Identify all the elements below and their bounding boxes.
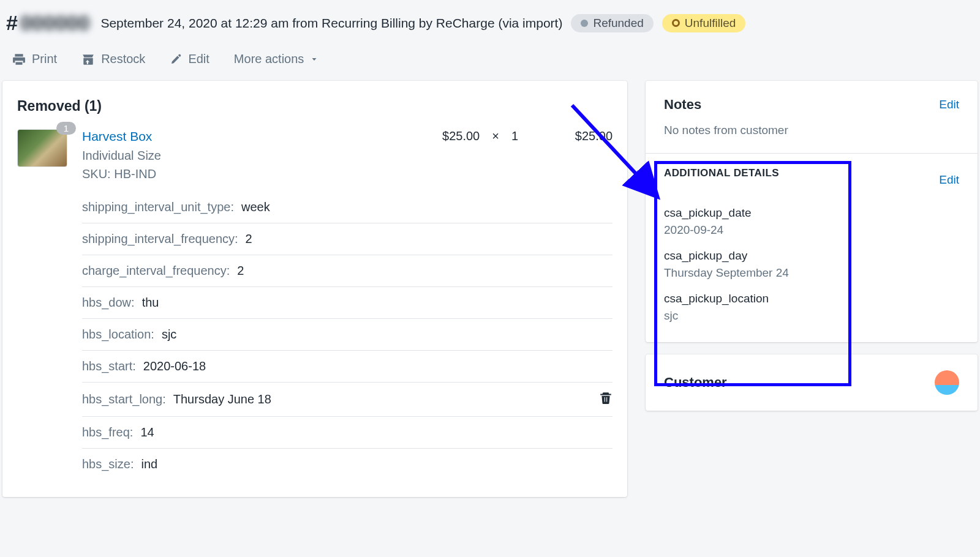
notes-additional-card: Notes Edit No notes from customer ADDITI… <box>646 81 978 342</box>
prop-key: hbs_freq: <box>82 425 133 439</box>
product-thumbnail[interactable] <box>17 129 67 167</box>
additional-item: csa_pickup_location sjc <box>664 292 959 323</box>
prop-val: 14 <box>140 425 154 439</box>
prop-key: shipping_interval_frequency: <box>82 232 238 246</box>
removed-card: Removed (1) 1 Harvest Box Individual Siz… <box>2 81 627 497</box>
additional-details-section: ADDITIONAL DETAILS Edit csa_pickup_date … <box>646 153 978 342</box>
layout: Removed (1) 1 Harvest Box Individual Siz… <box>0 81 980 497</box>
prop-row: hbs_size: ind <box>82 448 612 480</box>
item-price-row: $25.00 × 1 <box>442 129 518 143</box>
print-label: Print <box>32 52 57 66</box>
prop-key: charge_interval_frequency: <box>82 264 230 278</box>
product-variant: Individual Size <box>82 146 428 165</box>
removed-title: Removed (1) <box>17 98 612 114</box>
avatar[interactable] <box>935 370 959 395</box>
title-row: #000000 September 24, 2020 at 12:29 am f… <box>6 11 974 35</box>
restock-label: Restock <box>101 52 145 66</box>
order-number: #000000 <box>6 11 92 35</box>
ring-icon <box>672 19 680 27</box>
dot-icon <box>581 20 588 27</box>
additional-key: csa_pickup_location <box>664 292 959 305</box>
restock-button[interactable]: Restock <box>81 52 145 66</box>
line-item: 1 Harvest Box Individual Size SKU: HB-IN… <box>17 129 612 183</box>
additional-header: ADDITIONAL DETAILS Edit <box>664 167 959 193</box>
edit-label: Edit <box>188 52 209 66</box>
notes-title: Notes <box>664 97 701 113</box>
notes-section: Notes Edit No notes from customer <box>646 81 978 153</box>
prop-val: ind <box>141 457 158 471</box>
print-icon <box>12 53 26 66</box>
badge-refunded-label: Refunded <box>593 17 643 30</box>
additional-title: ADDITIONAL DETAILS <box>664 167 779 179</box>
notes-body: No notes from customer <box>664 124 959 137</box>
additional-key: csa_pickup_date <box>664 206 959 220</box>
prop-row: hbs_dow: thu <box>82 286 612 318</box>
page-header: #000000 September 24, 2020 at 12:29 am f… <box>0 0 980 81</box>
additional-edit-link[interactable]: Edit <box>939 173 959 187</box>
badge-unfulfilled-label: Unfulfilled <box>685 17 736 30</box>
status-badge-unfulfilled: Unfulfilled <box>662 14 745 32</box>
additional-item: csa_pickup_date 2020-09-24 <box>664 206 959 237</box>
prop-row: shipping_interval_frequency: 2 <box>82 223 612 255</box>
restock-icon <box>81 53 95 66</box>
product-link[interactable]: Harvest Box <box>82 129 152 144</box>
prop-key: shipping_interval_unit_type: <box>82 200 234 214</box>
line-item-properties: shipping_interval_unit_type: week shippi… <box>82 192 612 480</box>
print-button[interactable]: Print <box>12 52 57 66</box>
prop-row: hbs_start: 2020-06-18 <box>82 350 612 382</box>
qty-badge: 1 <box>56 122 76 135</box>
prop-val: 2 <box>246 232 252 246</box>
additional-val: sjc <box>664 309 959 323</box>
prop-val: 2 <box>237 264 244 278</box>
prop-val: sjc <box>162 327 176 342</box>
prop-key: hbs_start_long: <box>82 392 166 406</box>
item-total: $25.00 <box>533 129 612 143</box>
edit-button[interactable]: Edit <box>170 52 209 66</box>
prop-row: hbs_freq: 14 <box>82 416 612 448</box>
customer-card: Customer <box>646 354 978 411</box>
more-actions-label: More actions <box>234 52 304 66</box>
order-subtitle: September 24, 2020 at 12:29 am from Recu… <box>100 16 562 31</box>
times-symbol: × <box>492 129 499 143</box>
prop-row: hbs_location: sjc <box>82 318 612 350</box>
customer-title: Customer <box>664 375 727 391</box>
customer-header: Customer <box>664 370 959 395</box>
prop-val: 2020-06-18 <box>143 359 206 373</box>
prop-val: Thursday June 18 <box>173 392 271 406</box>
thumb-wrap: 1 <box>17 129 67 167</box>
additional-item: csa_pickup_day Thursday September 24 <box>664 249 959 280</box>
prop-val: thu <box>142 296 159 310</box>
pencil-icon <box>170 53 182 65</box>
additional-val: Thursday September 24 <box>664 266 959 280</box>
more-actions-button[interactable]: More actions <box>234 52 319 66</box>
chevron-down-icon <box>310 55 318 64</box>
item-price: $25.00 <box>442 129 480 143</box>
additional-val: 2020-09-24 <box>664 223 959 237</box>
prop-key: hbs_location: <box>82 327 154 342</box>
order-number-blurred: 000000 <box>18 11 92 34</box>
prop-val: week <box>241 200 270 214</box>
order-hash: # <box>6 11 18 34</box>
prop-row: shipping_interval_unit_type: week <box>82 192 612 223</box>
prop-key: hbs_size: <box>82 457 134 471</box>
prop-row: charge_interval_frequency: 2 <box>82 255 612 286</box>
additional-key: csa_pickup_day <box>664 249 959 263</box>
status-badge-refunded: Refunded <box>571 14 653 32</box>
delete-icon[interactable] <box>599 391 612 408</box>
toolbar: Print Restock Edit More actions <box>6 35 974 81</box>
main-column: Removed (1) 1 Harvest Box Individual Siz… <box>2 81 627 497</box>
prop-key: hbs_start: <box>82 359 136 373</box>
item-info: Harvest Box Individual Size SKU: HB-IND <box>82 129 428 183</box>
item-qty: 1 <box>511 129 518 143</box>
prop-key: hbs_dow: <box>82 296 135 310</box>
prop-row: hbs_start_long: Thursday June 18 <box>82 382 612 416</box>
notes-header: Notes Edit <box>664 97 959 113</box>
notes-edit-link[interactable]: Edit <box>939 98 959 111</box>
product-sku: SKU: HB-IND <box>82 165 428 183</box>
side-column: Notes Edit No notes from customer ADDITI… <box>646 81 978 497</box>
